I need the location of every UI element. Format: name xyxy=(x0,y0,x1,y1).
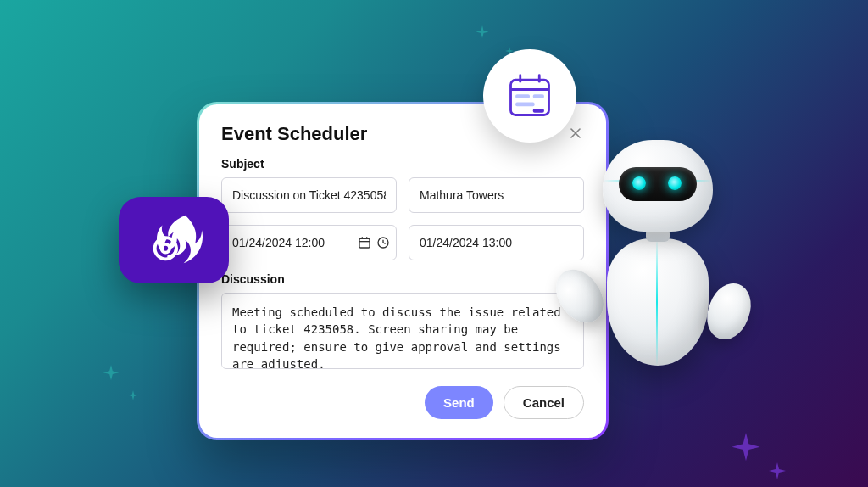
clock-icon[interactable] xyxy=(376,236,390,249)
calendar-badge xyxy=(483,49,576,143)
robot-body xyxy=(607,238,709,366)
svg-rect-12 xyxy=(359,238,370,248)
calendar-picker-icon[interactable] xyxy=(358,236,371,249)
brand-badge xyxy=(119,197,229,283)
sparkle-decoration xyxy=(767,462,787,483)
subject-input[interactable] xyxy=(221,177,397,213)
discussion-label: Discussion xyxy=(221,272,584,286)
svg-line-18 xyxy=(383,243,386,244)
stage: Event Scheduler Subject xyxy=(0,0,868,487)
location-input[interactable] xyxy=(409,177,584,213)
calendar-icon xyxy=(504,70,555,121)
robot-eye xyxy=(632,176,646,190)
svg-point-9 xyxy=(161,244,170,253)
robot-illustration xyxy=(565,140,760,420)
sparkle-decoration xyxy=(475,25,490,41)
send-button[interactable]: Send xyxy=(425,386,493,419)
robot-seam xyxy=(656,238,658,366)
at-flame-icon xyxy=(141,210,207,270)
sparkle-decoration xyxy=(127,390,139,402)
sparkle-decoration xyxy=(102,365,120,383)
discussion-textarea[interactable] xyxy=(221,293,584,369)
svg-rect-6 xyxy=(515,103,535,107)
modal-title: Event Scheduler xyxy=(221,123,367,145)
sparkle-decoration xyxy=(729,433,763,467)
svg-rect-7 xyxy=(533,109,544,113)
end-datetime-input[interactable] xyxy=(409,225,584,260)
svg-rect-5 xyxy=(533,94,544,98)
svg-rect-4 xyxy=(515,94,530,98)
event-scheduler-modal: Event Scheduler Subject xyxy=(197,102,609,440)
close-icon xyxy=(569,126,584,140)
robot-arm-right xyxy=(700,277,758,345)
robot-visor xyxy=(619,167,697,201)
robot-eye xyxy=(668,176,682,190)
subject-label: Subject xyxy=(221,157,584,171)
